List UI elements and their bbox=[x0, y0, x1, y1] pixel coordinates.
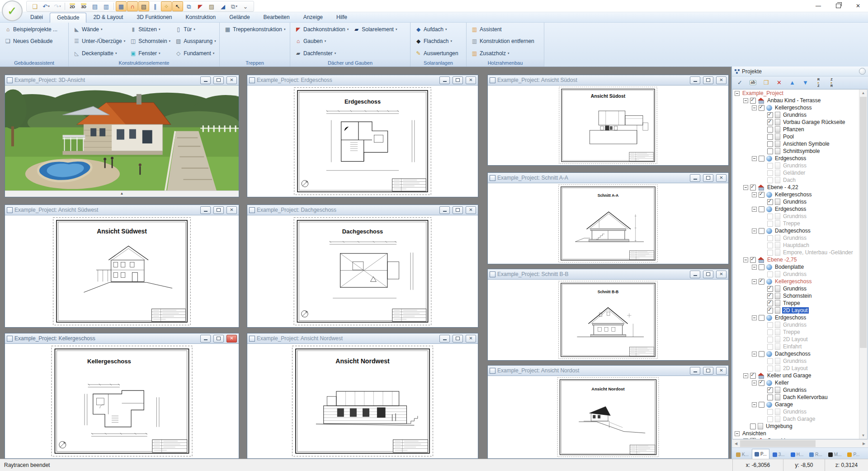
collapse-icon[interactable] bbox=[752, 352, 757, 357]
drawing-canvas[interactable]: Dachgeschoss bbox=[247, 215, 478, 327]
tree-checkbox[interactable] bbox=[767, 127, 773, 133]
scroll-right-icon[interactable]: ▶ bbox=[860, 440, 868, 447]
tree-row[interactable]: Keller und Garage bbox=[733, 372, 859, 379]
move-down-button[interactable]: ▼ bbox=[799, 78, 811, 88]
rename-button[interactable]: ab bbox=[747, 78, 759, 88]
collapse-icon[interactable] bbox=[752, 315, 757, 320]
tree-row[interactable]: Dach bbox=[733, 176, 859, 184]
tab-gebäude[interactable]: Gebäude bbox=[50, 13, 86, 23]
close-button[interactable]: ✕ bbox=[226, 76, 237, 84]
app-logo-icon[interactable]: ✓ bbox=[2, 0, 23, 21]
select-element-button[interactable]: ▧ bbox=[138, 1, 149, 11]
restore-button[interactable] bbox=[213, 76, 224, 84]
collapse-icon[interactable] bbox=[743, 438, 748, 439]
tree-row[interactable]: Grundriss bbox=[733, 111, 859, 119]
tab-konstruktion[interactable]: Konstruktion bbox=[179, 13, 223, 22]
clipboard-window-button[interactable]: ⧉ bbox=[184, 1, 194, 11]
tree-checkbox[interactable] bbox=[750, 185, 756, 190]
collapse-icon[interactable] bbox=[735, 91, 740, 96]
tree-checkbox[interactable] bbox=[767, 366, 773, 371]
minimize-button[interactable] bbox=[439, 206, 450, 214]
collapse-icon[interactable] bbox=[743, 185, 748, 190]
child-titlebar[interactable]: Example_Project: Schnitt A-A ✕ bbox=[488, 173, 728, 183]
tree-checkbox[interactable] bbox=[750, 373, 756, 379]
roof-tool-button[interactable]: ◤ bbox=[195, 1, 206, 11]
tree-checkbox[interactable] bbox=[767, 387, 773, 393]
tree-checkbox[interactable] bbox=[767, 286, 773, 292]
tree-row[interactable]: Grundriss bbox=[733, 321, 859, 328]
scroll-left-icon[interactable]: ◀ bbox=[732, 440, 740, 447]
tree-checkbox[interactable] bbox=[759, 105, 764, 111]
tab-m[interactable]: M... bbox=[826, 450, 844, 459]
close-button[interactable]: ✕ bbox=[466, 206, 476, 214]
child-titlebar[interactable]: Example_Project: Ansicht Nordwest ✕ bbox=[247, 333, 478, 344]
scroll-down-icon[interactable]: ▼ bbox=[859, 432, 867, 439]
tree-row[interactable]: Vorbau Garage Rückseite bbox=[733, 119, 859, 126]
tree-checkbox[interactable] bbox=[767, 329, 773, 335]
ribbon-button-aussparung[interactable]: ▨Aussparung▾ bbox=[173, 38, 218, 45]
tree-checkbox[interactable] bbox=[767, 112, 773, 118]
magic-wand-button[interactable]: ✧ bbox=[161, 1, 172, 11]
tree-row[interactable]: 2D Layout bbox=[733, 336, 859, 343]
drawing-canvas[interactable]: Erdgeschoss bbox=[247, 86, 478, 197]
child-titlebar[interactable]: Example_Project: Dachgeschoss ✕ bbox=[247, 205, 478, 215]
snap-magnet-button[interactable]: ∩ bbox=[127, 1, 138, 11]
collapse-icon[interactable] bbox=[752, 192, 757, 197]
tab-datei[interactable]: Datei bbox=[24, 13, 50, 22]
sort-ascending-button[interactable]: R▸Z bbox=[812, 78, 825, 88]
tab-hilfe[interactable]: Hilfe bbox=[330, 13, 354, 22]
tree-checkbox[interactable] bbox=[767, 337, 773, 343]
tree-checkbox[interactable] bbox=[767, 163, 773, 169]
minimize-window-button[interactable]: — bbox=[808, 0, 828, 12]
tree-checkbox[interactable] bbox=[767, 409, 773, 415]
tree-row[interactable]: Dach Kellervorbau bbox=[733, 394, 859, 401]
parallel-guides-button[interactable]: ∥ bbox=[150, 1, 160, 11]
child-titlebar[interactable]: Example_Project: Ansicht Nordost ✕ bbox=[488, 366, 728, 376]
tree-row[interactable]: Kellergeschoss bbox=[733, 278, 859, 285]
tree-checkbox[interactable] bbox=[750, 98, 756, 104]
ribbon-button-stützen[interactable]: ▮Stützen▾ bbox=[128, 26, 172, 33]
tree-checkbox[interactable] bbox=[767, 358, 773, 364]
restore-button[interactable] bbox=[703, 367, 713, 375]
tree-checkbox[interactable] bbox=[759, 264, 764, 270]
collapse-icon[interactable] bbox=[752, 279, 757, 284]
collapse-icon[interactable] bbox=[743, 257, 748, 262]
drawing-canvas[interactable]: Ansicht Nordost bbox=[488, 376, 728, 458]
tree-row[interactable]: Grundriss bbox=[733, 271, 859, 278]
ribbon-button-aufdach[interactable]: ◆Aufdach▾ bbox=[413, 26, 460, 33]
scrollbar-thumb[interactable] bbox=[740, 440, 816, 447]
collapse-icon[interactable] bbox=[752, 228, 757, 233]
restore-window-button[interactable] bbox=[828, 0, 848, 12]
tree-row[interactable]: Ebene -2,75 bbox=[733, 256, 859, 263]
tree-row[interactable]: Garage bbox=[733, 401, 859, 408]
pointer-button[interactable]: ↖ bbox=[172, 1, 183, 11]
tree-checkbox[interactable] bbox=[767, 141, 773, 147]
collapse-icon[interactable] bbox=[743, 373, 748, 378]
ribbon-button-schornstein[interactable]: ◫Schornstein▾ bbox=[128, 38, 172, 45]
tab-r[interactable]: R... bbox=[807, 450, 825, 459]
tree-row[interactable]: Empore, Unterbau -Geländer bbox=[733, 249, 859, 256]
tree-checkbox[interactable] bbox=[759, 192, 764, 198]
new-drawing-button[interactable]: ❑ bbox=[29, 1, 40, 11]
tree-checkbox[interactable] bbox=[767, 322, 773, 328]
tree-row[interactable]: Dachgeschoss bbox=[733, 350, 859, 357]
render-scrollbar[interactable]: ▲ bbox=[5, 190, 239, 197]
minimize-button[interactable] bbox=[439, 335, 450, 343]
tree-checkbox[interactable] bbox=[767, 293, 773, 299]
ribbon-button-beispielprojekte[interactable]: ⌂Beispielprojekte ... bbox=[3, 26, 59, 33]
tree-checkbox[interactable] bbox=[759, 279, 764, 285]
apply-button[interactable]: ✓ bbox=[734, 78, 746, 88]
tree-row[interactable]: Kellergeschoss bbox=[733, 104, 859, 111]
tree-horizontal-scrollbar[interactable]: ◀ ▶ bbox=[732, 439, 868, 447]
tree-checkbox[interactable] bbox=[767, 214, 773, 219]
restore-button[interactable] bbox=[213, 335, 224, 343]
sort-descending-button[interactable]: Z▸R bbox=[826, 78, 838, 88]
tree-checkbox[interactable] bbox=[767, 308, 773, 314]
tree-row[interactable]: Ebene - 4,22 bbox=[733, 184, 859, 191]
tree-checkbox[interactable] bbox=[759, 206, 764, 212]
move-up-button[interactable]: ▲ bbox=[786, 78, 798, 88]
close-button[interactable]: ✕ bbox=[226, 206, 237, 214]
close-button[interactable]: ✕ bbox=[226, 335, 237, 343]
collapse-icon[interactable] bbox=[752, 156, 757, 161]
ribbon-button-flachdach[interactable]: ◆Flachdach▾ bbox=[413, 38, 460, 45]
